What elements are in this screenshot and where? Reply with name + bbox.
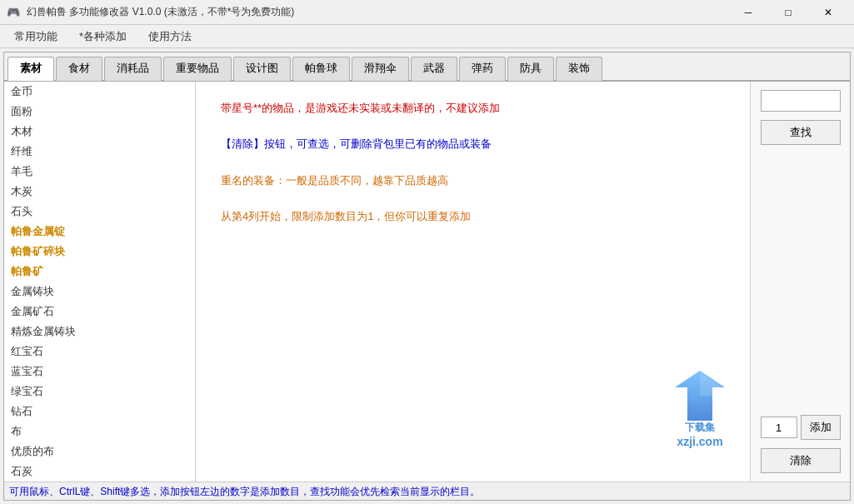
list-item[interactable]: 木炭: [4, 182, 195, 202]
list-item[interactable]: 帕鲁金属锭: [4, 222, 195, 242]
list-item[interactable]: 石炭: [4, 462, 195, 482]
maximize-button[interactable]: □: [769, 0, 807, 25]
list-item[interactable]: 钻石: [4, 402, 195, 422]
tab-decoration[interactable]: 装饰: [556, 57, 602, 81]
item-list: 金币面粉木材纤维羊毛木炭石头帕鲁金属锭帕鲁矿碎块帕鲁矿金属铸块金属矿石精炼金属铸…: [4, 82, 195, 482]
info-text-3: 重名的装备：一般是品质不同，越靠下品质越高: [221, 171, 725, 190]
list-item[interactable]: 木材: [4, 122, 195, 142]
tab-glider[interactable]: 滑翔伞: [352, 57, 409, 81]
app-icon: 🎮: [7, 6, 20, 19]
list-item[interactable]: 精炼金属铸块: [4, 322, 195, 342]
list-item[interactable]: 金币: [4, 82, 195, 102]
add-button[interactable]: 添加: [801, 415, 841, 440]
app-title: 幻兽帕鲁 多功能修改器 V1.0.0 (未激活，不带*号为免费功能): [27, 5, 294, 19]
item-list-container[interactable]: 金币面粉木材纤维羊毛木炭石头帕鲁金属锭帕鲁矿碎块帕鲁矿金属铸块金属矿石精炼金属铸…: [4, 82, 196, 482]
info-text-1: 带星号**的物品，是游戏还未实装或未翻译的，不建议添加: [221, 98, 725, 117]
list-item[interactable]: 羊毛: [4, 162, 195, 182]
main-window: 素材食材消耗品重要物品设计图帕鲁球滑翔伞武器弹药防具装饰 金币面粉木材纤维羊毛木…: [3, 52, 851, 501]
menu-usage[interactable]: 使用方法: [137, 25, 202, 48]
tab-ammo[interactable]: 弹药: [459, 57, 506, 81]
list-item[interactable]: 石头: [4, 202, 195, 222]
watermark-logo: [667, 371, 733, 421]
list-item[interactable]: 帕鲁矿碎块: [4, 242, 195, 262]
tab-armor[interactable]: 防具: [507, 57, 554, 81]
tab-blueprint[interactable]: 设计图: [233, 57, 291, 81]
list-item[interactable]: 布: [4, 422, 195, 442]
minimize-button[interactable]: ─: [729, 0, 767, 25]
tab-food[interactable]: 食材: [56, 57, 102, 81]
list-item[interactable]: 金属铸块: [4, 282, 195, 302]
center-area: 带星号**的物品，是游戏还未实装或未翻译的，不建议添加 【清除】按钮，可查选，可…: [196, 82, 750, 482]
search-input[interactable]: [761, 90, 841, 112]
search-button[interactable]: 查找: [761, 120, 841, 145]
title-bar-controls: ─ □ ✕: [729, 0, 847, 25]
tab-important[interactable]: 重要物品: [163, 57, 232, 81]
watermark-site: 下载集: [685, 421, 715, 435]
watermark-url: xzji.com: [677, 435, 722, 448]
menu-bar: 常用功能 *各种添加 使用方法: [0, 25, 854, 48]
info-text-2: 【清除】按钮，可查选，可删除背包里已有的物品或装备: [221, 134, 725, 153]
clear-button[interactable]: 清除: [761, 448, 841, 473]
tab-bar: 素材食材消耗品重要物品设计图帕鲁球滑翔伞武器弹药防具装饰: [4, 52, 850, 82]
list-item[interactable]: 红宝石: [4, 342, 195, 362]
menu-add[interactable]: *各种添加: [68, 25, 137, 48]
status-bar: 可用鼠标、CtrlL键、Shift键多选，添加按钮左边的数字是添加数目，查找功能…: [4, 482, 850, 500]
tab-palball[interactable]: 帕鲁球: [292, 57, 350, 81]
list-item[interactable]: 金属矿石: [4, 302, 195, 322]
list-item[interactable]: 纤维: [4, 142, 195, 162]
close-button[interactable]: ✕: [809, 0, 847, 25]
count-row: 添加: [761, 415, 841, 440]
menu-common[interactable]: 常用功能: [3, 25, 68, 48]
watermark: 下载集 xzji.com: [667, 371, 733, 448]
tab-weapon[interactable]: 武器: [411, 57, 457, 81]
title-bar-left: 🎮 幻兽帕鲁 多功能修改器 V1.0.0 (未激活，不带*号为免费功能): [7, 5, 294, 19]
right-panel: 查找 添加 清除: [750, 82, 850, 482]
list-item[interactable]: 面粉: [4, 102, 195, 122]
tab-consumable[interactable]: 消耗品: [104, 57, 162, 81]
content-area: 金币面粉木材纤维羊毛木炭石头帕鲁金属锭帕鲁矿碎块帕鲁矿金属铸块金属矿石精炼金属铸…: [4, 82, 850, 482]
tab-material[interactable]: 素材: [7, 57, 54, 81]
title-bar: 🎮 幻兽帕鲁 多功能修改器 V1.0.0 (未激活，不带*号为免费功能) ─ □…: [0, 0, 854, 25]
list-item[interactable]: 优质的布: [4, 442, 195, 462]
list-item[interactable]: 绿宝石: [4, 382, 195, 402]
info-text-4: 从第4列开始，限制添加数目为1，但你可以重复添加: [221, 207, 725, 226]
list-item[interactable]: 帕鲁矿: [4, 262, 195, 282]
count-input[interactable]: [761, 417, 797, 438]
list-item[interactable]: 蓝宝石: [4, 362, 195, 382]
